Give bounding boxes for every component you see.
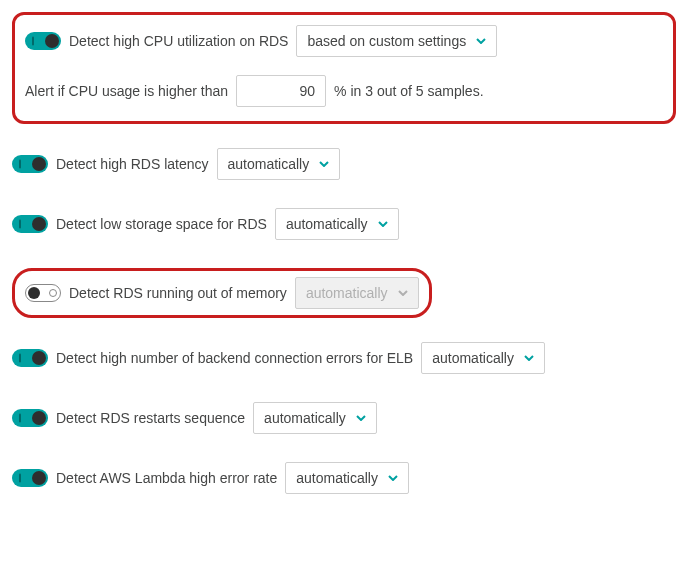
select-lambda-mode-value: automatically xyxy=(296,470,378,486)
select-storage-mode-value: automatically xyxy=(286,216,368,232)
label-cpu-utilization: Detect high CPU utilization on RDS xyxy=(69,33,288,49)
threshold-row-cpu: Alert if CPU usage is higher than % in 3… xyxy=(25,75,659,107)
setting-block-storage: Detect low storage space for RDS automat… xyxy=(12,208,676,240)
select-elb-mode-value: automatically xyxy=(432,350,514,366)
toggle-cpu-utilization[interactable] xyxy=(25,32,61,50)
setting-block-latency: Detect high RDS latency automatically xyxy=(12,148,676,180)
setting-row-latency: Detect high RDS latency automatically xyxy=(12,148,676,180)
select-cpu-mode-value: based on custom settings xyxy=(307,33,466,49)
label-elb-errors: Detect high number of backend connection… xyxy=(56,350,413,366)
select-cpu-mode[interactable]: based on custom settings xyxy=(296,25,497,57)
select-latency-mode-value: automatically xyxy=(228,156,310,172)
label-rds-restarts: Detect RDS restarts sequence xyxy=(56,410,245,426)
setting-block-lambda: Detect AWS Lambda high error rate automa… xyxy=(12,462,676,494)
select-restarts-mode-value: automatically xyxy=(264,410,346,426)
setting-block-elb: Detect high number of backend connection… xyxy=(12,342,676,374)
chevron-down-icon xyxy=(319,161,329,167)
threshold-suffix: % in 3 out of 5 samples. xyxy=(334,83,483,99)
select-memory-mode: automatically xyxy=(295,277,419,309)
toggle-lambda-errors[interactable] xyxy=(12,469,48,487)
setting-row-elb: Detect high number of backend connection… xyxy=(12,342,676,374)
threshold-input-cpu[interactable] xyxy=(236,75,326,107)
label-rds-memory: Detect RDS running out of memory xyxy=(69,285,287,301)
highlight-rds-memory: Detect RDS running out of memory automat… xyxy=(12,268,432,318)
setting-row-cpu: Detect high CPU utilization on RDS based… xyxy=(25,25,659,57)
toggle-rds-storage[interactable] xyxy=(12,215,48,233)
chevron-down-icon xyxy=(476,38,486,44)
select-memory-mode-value: automatically xyxy=(306,285,388,301)
select-restarts-mode[interactable]: automatically xyxy=(253,402,377,434)
setting-row-restarts: Detect RDS restarts sequence automatical… xyxy=(12,402,676,434)
setting-row-lambda: Detect AWS Lambda high error rate automa… xyxy=(12,462,676,494)
label-rds-latency: Detect high RDS latency xyxy=(56,156,209,172)
chevron-down-icon xyxy=(398,290,408,296)
toggle-elb-errors[interactable] xyxy=(12,349,48,367)
chevron-down-icon xyxy=(356,415,366,421)
toggle-rds-latency[interactable] xyxy=(12,155,48,173)
select-elb-mode[interactable]: automatically xyxy=(421,342,545,374)
select-storage-mode[interactable]: automatically xyxy=(275,208,399,240)
setting-block-restarts: Detect RDS restarts sequence automatical… xyxy=(12,402,676,434)
chevron-down-icon xyxy=(524,355,534,361)
toggle-rds-restarts[interactable] xyxy=(12,409,48,427)
label-lambda-errors: Detect AWS Lambda high error rate xyxy=(56,470,277,486)
chevron-down-icon xyxy=(378,221,388,227)
select-lambda-mode[interactable]: automatically xyxy=(285,462,409,494)
label-rds-storage: Detect low storage space for RDS xyxy=(56,216,267,232)
setting-block-memory: Detect RDS running out of memory automat… xyxy=(12,268,676,342)
toggle-rds-memory[interactable] xyxy=(25,284,61,302)
threshold-prefix: Alert if CPU usage is higher than xyxy=(25,83,228,99)
chevron-down-icon xyxy=(388,475,398,481)
setting-row-storage: Detect low storage space for RDS automat… xyxy=(12,208,676,240)
highlight-cpu-utilization: Detect high CPU utilization on RDS based… xyxy=(12,12,676,124)
select-latency-mode[interactable]: automatically xyxy=(217,148,341,180)
